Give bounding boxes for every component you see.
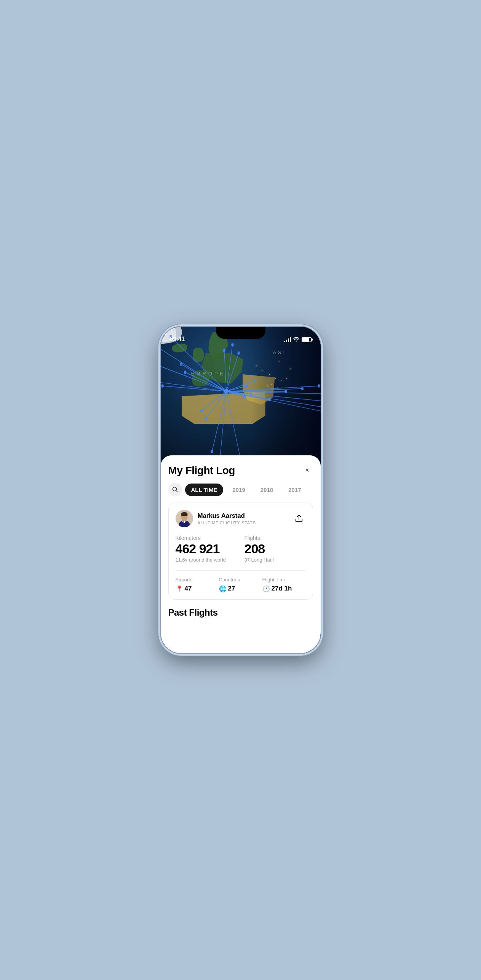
wifi-icon — [293, 337, 299, 343]
svg-line-7 — [224, 350, 226, 391]
svg-line-6 — [181, 364, 226, 391]
search-button[interactable] — [168, 483, 182, 496]
sheet-header: My Flight Log × — [168, 464, 313, 477]
globe-icon: 🌐 — [219, 585, 227, 592]
svg-point-36 — [237, 351, 240, 355]
airports-stat: Airports 📍 47 — [176, 577, 219, 592]
flights-stat: Flights 208 37 Long Haul — [244, 535, 306, 563]
phone-inner: 09:41 — [161, 327, 321, 653]
flights-label: Flights — [244, 535, 306, 541]
flight-time-label: Flight Time — [262, 577, 306, 583]
globe-section: EUROPE ntic ASI — [161, 327, 321, 471]
svg-line-20 — [226, 391, 241, 460]
airport-icon: 📍 — [176, 585, 183, 592]
svg-point-34 — [223, 349, 225, 352]
svg-point-38 — [284, 390, 287, 393]
search-icon — [172, 487, 178, 493]
tab-2019[interactable]: 2019 — [226, 484, 251, 496]
close-button[interactable]: × — [302, 464, 313, 476]
km-value: 462 921 — [176, 542, 237, 556]
svg-line-17 — [226, 391, 321, 413]
svg-line-19 — [220, 391, 226, 457]
stats-profile: Markus Aarstad ALL-TIME FLIGHTY STATS — [176, 510, 306, 527]
countries-label: Countries — [219, 577, 262, 583]
svg-line-57 — [176, 491, 177, 492]
share-icon — [295, 514, 303, 523]
flight-time-stat: Flight Time 🕐 27d 1h — [262, 577, 306, 592]
clock-icon: 🕐 — [262, 585, 270, 592]
airports-label: Airports — [176, 577, 219, 583]
notch — [216, 327, 265, 339]
tab-2017[interactable]: 2017 — [282, 484, 307, 496]
flight-time-value: 🕐 27d 1h — [262, 585, 306, 592]
globe-background: EUROPE ntic ASI — [161, 327, 321, 471]
profile-left: Markus Aarstad ALL-TIME FLIGHTY STATS — [176, 510, 256, 527]
airports-value: 📍 47 — [176, 585, 219, 592]
tab-all-time[interactable]: ALL TIME — [185, 484, 224, 496]
svg-point-31 — [161, 384, 163, 388]
main-stats-row: Kilometers 462 921 11,6x around the worl… — [176, 535, 306, 563]
svg-point-33 — [180, 362, 182, 366]
bottom-sheet: My Flight Log × ALL TIME 2019 — [161, 455, 321, 653]
svg-point-40 — [317, 384, 320, 388]
svg-point-39 — [301, 387, 303, 391]
sheet-title: My Flight Log — [168, 464, 235, 477]
svg-point-48 — [200, 409, 203, 412]
svg-point-45 — [211, 450, 213, 453]
close-icon: × — [305, 466, 309, 474]
flights-value: 208 — [244, 542, 306, 556]
svg-line-2 — [161, 364, 226, 391]
countries-value: 🌐 27 — [219, 585, 262, 592]
countries-stat: Countries 🌐 27 — [219, 577, 262, 592]
tab-older[interactable]: 201 — [310, 484, 313, 496]
svg-point-49 — [204, 417, 206, 421]
km-sub: 11,6x around the world — [176, 557, 237, 563]
km-label: Kilometers — [176, 535, 237, 541]
tab-2018[interactable]: 2018 — [254, 484, 279, 496]
flight-routes — [161, 327, 321, 471]
profile-name: Markus Aarstad — [198, 512, 256, 520]
filter-tabs: ALL TIME 2019 2018 2017 201 — [168, 483, 313, 496]
kilometers-stat: Kilometers 462 921 11,6x around the worl… — [176, 535, 237, 563]
svg-point-50 — [245, 384, 248, 388]
svg-point-51 — [254, 379, 256, 382]
past-flights-header: Past Flights — [168, 607, 313, 618]
svg-point-52 — [249, 393, 252, 396]
svg-line-9 — [226, 353, 238, 391]
battery-icon — [302, 337, 312, 342]
stats-card: Markus Aarstad ALL-TIME FLIGHTY STATS — [168, 503, 313, 600]
svg-line-0 — [161, 348, 226, 391]
avatar — [176, 510, 193, 527]
svg-point-53 — [243, 395, 246, 399]
svg-line-8 — [226, 345, 232, 391]
svg-rect-64 — [181, 514, 187, 516]
status-time: 09:41 — [170, 336, 185, 343]
svg-line-13 — [226, 386, 319, 391]
phone-frame: 09:41 — [161, 327, 321, 653]
profile-info: Markus Aarstad ALL-TIME FLIGHTY STATS — [198, 512, 256, 525]
svg-point-32 — [184, 370, 186, 374]
status-icons — [284, 337, 312, 343]
earth-globe: EUROPE ntic ASI — [161, 327, 321, 471]
svg-point-54 — [224, 389, 228, 394]
signal-icon — [284, 337, 291, 342]
flights-sub: 37 Long Haul — [244, 557, 306, 563]
svg-point-37 — [268, 398, 270, 401]
profile-subtitle: ALL-TIME FLIGHTY STATS — [198, 520, 256, 525]
secondary-stats-row: Airports 📍 47 Countries 🌐 27 — [176, 570, 306, 592]
svg-line-18 — [212, 391, 226, 452]
share-button[interactable] — [292, 512, 306, 525]
